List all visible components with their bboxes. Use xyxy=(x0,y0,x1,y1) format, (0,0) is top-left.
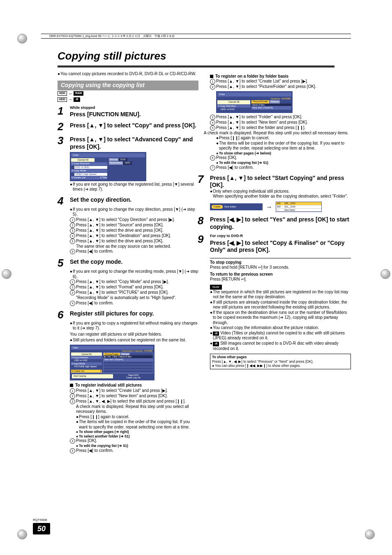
title-rule xyxy=(58,66,334,67)
crop-mark-r xyxy=(380,269,390,279)
register-individual-head: To register individual still pictures xyxy=(70,383,198,388)
step-5: 5 Set the copy mode. xyxy=(58,258,198,268)
osd-copy-folder: Copy Capacity: 4343MB Cancel All 1 Copy … xyxy=(216,91,293,113)
step-1: 1 While stopped Press [FUNCTION MENU]. xyxy=(58,106,198,118)
stop-text: Press and hold [RETURN ↩] for 3 seconds. xyxy=(210,265,351,270)
osd-copy-createlist: Copy Destination Capacity: 4343MB Cancel… xyxy=(70,345,154,380)
crop-mark-bl xyxy=(17,530,27,539)
crop-mark-l xyxy=(2,269,12,279)
media-badges: HDD ↔ RAM xyxy=(58,91,198,97)
intro-bullet: ● You cannot copy pictures recorded to D… xyxy=(58,71,198,77)
folder-select-diagram: Folder New folder → 001100__DVD 002101__… xyxy=(210,202,351,212)
return-text: Press [RETURN ↩]. xyxy=(210,277,351,282)
header-meta: DMR-EX79GX-EQT9306-1_eng.book 50 ページ ２００… xyxy=(49,35,175,38)
step-3: 3 Press [▲, ▼] to select "Advanced Copy"… xyxy=(58,135,198,150)
osd-copy-basic: Copy Cancel All 1 Copy Direction DVD ➔ H… xyxy=(70,152,146,181)
rqt-code: RQT9306 xyxy=(33,518,47,522)
step-6: 6 Register still pictures for copy. xyxy=(58,309,198,320)
step-9: 9 For copy to DVD-R Press [◀, ▶] to sele… xyxy=(198,234,351,253)
media-badges-2: HDD → -R xyxy=(58,97,198,102)
page-number: 50 xyxy=(33,523,50,534)
step3-note: ●If you are not going to change the regi… xyxy=(70,182,198,192)
section-title: Copying using the copying list xyxy=(58,81,198,90)
step-4: 4 Set the copy direction. xyxy=(58,196,198,206)
step-7: 7 Press [▲, ▼] to select "Start Copying"… xyxy=(198,174,351,189)
note-tag: Note xyxy=(210,285,222,290)
crop-mark-tl xyxy=(17,34,27,44)
crop-mark-br xyxy=(365,530,375,539)
show-other-pages-box: To show other pages Press [▲, ▼, ◀, ▶] t… xyxy=(210,354,351,369)
step-2: 2 Press [▲, ▼] to select "Copy" and pres… xyxy=(58,121,198,132)
stop-head: To stop copying xyxy=(210,260,351,265)
step-8: 8 Press [◀, ▶] to select "Yes" and press… xyxy=(198,215,351,230)
register-folder-head: To register on a folder by folder basis xyxy=(210,74,351,79)
page-title: Copying still pictures xyxy=(58,49,376,63)
return-head: To return to the previous screen xyxy=(210,272,351,277)
